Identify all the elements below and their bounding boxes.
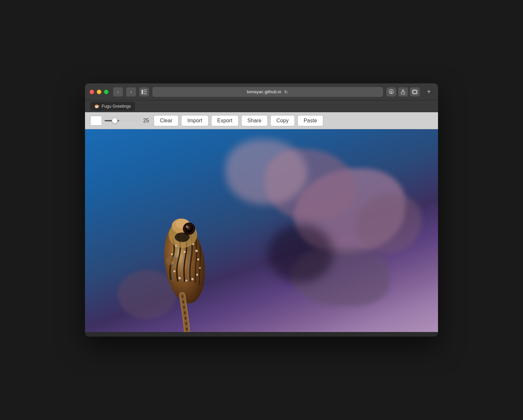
forward-button[interactable]: ›: [126, 87, 136, 96]
stroke-value-label: 25: [143, 118, 151, 124]
back-button[interactable]: ‹: [113, 87, 123, 96]
svg-rect-2: [144, 92, 147, 92]
tab-title: Fugu Greetings: [102, 104, 131, 109]
svg-point-31: [186, 226, 187, 227]
download-button[interactable]: [386, 87, 396, 96]
svg-point-15: [171, 253, 173, 255]
svg-point-17: [173, 270, 175, 272]
export-button[interactable]: Export: [211, 115, 239, 126]
svg-rect-0: [142, 90, 143, 94]
svg-point-18: [178, 277, 181, 279]
dark-patch: [268, 224, 333, 283]
stroke-size-slider[interactable]: [105, 120, 141, 121]
svg-point-22: [199, 267, 201, 269]
bottom-bar: [85, 332, 438, 337]
canvas-area[interactable]: [85, 129, 438, 332]
maximize-button[interactable]: [104, 90, 109, 94]
browser-actions: [386, 87, 420, 96]
address-bar[interactable]: tomayac.github.io ↻: [152, 87, 383, 97]
stroke-slider-container: 25: [105, 118, 151, 124]
share-button-browser[interactable]: [398, 87, 408, 96]
svg-point-19: [185, 279, 187, 281]
sidebar-toggle-button[interactable]: [139, 87, 149, 96]
title-bar: ‹ › tomayac.github.io ↻: [85, 83, 438, 100]
tabs-button[interactable]: [410, 87, 420, 96]
copy-button[interactable]: Copy: [270, 115, 295, 126]
tab-favicon: 🐡: [94, 104, 100, 109]
url-text: tomayac.github.io: [247, 89, 281, 94]
active-tab[interactable]: 🐡 Fugu Greetings: [90, 102, 135, 111]
clear-button[interactable]: Clear: [154, 115, 178, 126]
minimize-button[interactable]: [97, 90, 101, 94]
browser-window: ‹ › tomayac.github.io ↻: [85, 83, 438, 337]
svg-point-20: [191, 278, 194, 280]
svg-rect-1: [144, 90, 147, 90]
close-button[interactable]: [90, 90, 94, 94]
svg-rect-3: [144, 94, 147, 94]
share-button-app[interactable]: Share: [241, 115, 268, 126]
svg-point-14: [197, 258, 199, 260]
svg-point-21: [196, 274, 198, 276]
svg-point-13: [195, 250, 198, 252]
fish-illustration: [124, 195, 248, 332]
paste-button[interactable]: Paste: [297, 115, 323, 126]
tab-bar: 🐡 Fugu Greetings: [85, 100, 438, 112]
import-button[interactable]: Import: [181, 115, 208, 126]
traffic-lights: [90, 90, 109, 94]
svg-point-23: [184, 251, 186, 253]
new-tab-button[interactable]: +: [424, 87, 433, 96]
color-swatch[interactable]: [90, 116, 102, 126]
app-toolbar: 25 Clear Import Export Share Copy Paste: [85, 112, 438, 129]
svg-point-32: [175, 233, 190, 242]
fish-scene: [85, 129, 438, 332]
reload-button[interactable]: ↻: [283, 89, 289, 95]
